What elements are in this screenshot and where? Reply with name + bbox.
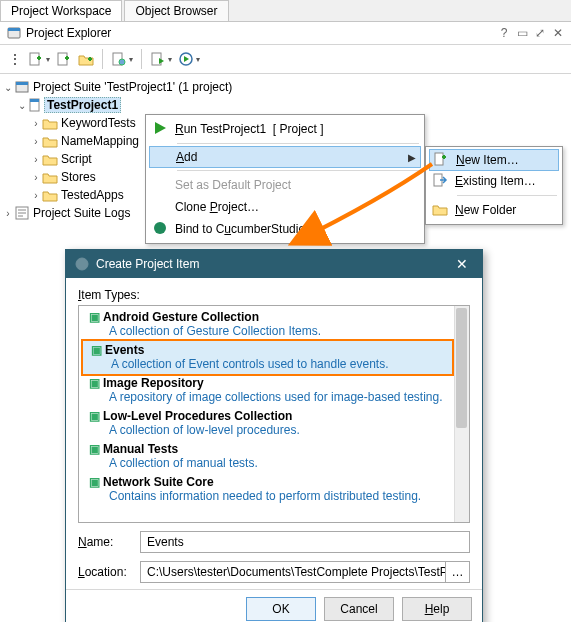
item-types-list[interactable]: ▣Android Gesture Collection A collection…: [78, 305, 470, 523]
help-button[interactable]: Help: [402, 597, 472, 621]
node-label: KeywordTests: [58, 116, 139, 130]
item-desc: Contains information needed to perform d…: [85, 489, 450, 503]
menu-label: Add: [172, 150, 408, 164]
menu-add[interactable]: Add ▶: [149, 146, 421, 168]
btn-label: OK: [272, 602, 289, 616]
item-name: Android Gesture Collection: [103, 310, 259, 324]
circle-play-icon: [178, 51, 194, 67]
expand-icon[interactable]: ›: [30, 118, 42, 129]
add-submenu: New Item… Existing Item… New Folder: [425, 146, 563, 225]
expand-icon[interactable]: ⌄: [2, 82, 14, 93]
run-file-button[interactable]: ▾: [150, 51, 172, 67]
list-item-selected[interactable]: ▣Events A collection of Event controls u…: [81, 339, 454, 376]
create-project-item-dialog: Create Project Item ✕ Item Types: ▣Andro…: [65, 249, 483, 622]
item-icon: ▣: [85, 310, 103, 324]
expand-icon[interactable]: ›: [30, 190, 42, 201]
dialog-icon: [74, 256, 90, 272]
list-item[interactable]: ▣Network Suite Core Contains information…: [81, 473, 454, 506]
node-label: Stores: [58, 170, 99, 184]
file-plus-icon: [433, 151, 449, 167]
item-icon: ▣: [87, 343, 105, 357]
tree-node-project[interactable]: ⌄ TestProject1: [2, 96, 243, 114]
scroll-thumb[interactable]: [456, 308, 467, 428]
dialog-titlebar: Create Project Item ✕: [66, 250, 482, 278]
menu-label: Existing Item…: [451, 174, 559, 188]
folder-icon: [42, 115, 58, 131]
close-icon[interactable]: ✕: [551, 26, 565, 40]
ok-button[interactable]: OK: [246, 597, 316, 621]
menu-label: Set as Default Project: [171, 178, 421, 192]
toolbar-handle-icon: ⋮: [8, 52, 22, 66]
item-name: Low-Level Procedures Collection: [103, 409, 292, 423]
item-icon: ▣: [85, 442, 103, 456]
file-play-icon: [150, 51, 166, 67]
project-explorer-header: Project Explorer ? ▭ ⤢ ✕: [0, 22, 571, 45]
dialog-close-button[interactable]: ✕: [450, 256, 474, 272]
svg-rect-9: [16, 82, 28, 85]
chevron-down-icon: ▾: [46, 55, 50, 64]
name-label: Name:: [78, 535, 140, 549]
name-value: Events: [147, 535, 184, 549]
menu-bind-cucumber[interactable]: Bind to CucumberStudio…: [149, 218, 421, 240]
menu-existing-item[interactable]: Existing Item…: [429, 170, 559, 192]
node-label: TestProject1: [44, 97, 121, 113]
folder-icon: [42, 169, 58, 185]
name-input[interactable]: Events: [140, 531, 470, 553]
explorer-toolbar: ⋮ ▾ ▾ ▾ ▾: [0, 45, 571, 74]
list-item[interactable]: ▣Manual Tests A collection of manual tes…: [81, 440, 454, 473]
menu-new-folder[interactable]: New Folder: [429, 199, 559, 221]
pin-icon[interactable]: ⤢: [533, 26, 547, 40]
file-gear-icon: [111, 51, 127, 67]
list-item[interactable]: ▣Image Repository A repository of image …: [81, 374, 454, 407]
expand-icon[interactable]: ›: [30, 172, 42, 183]
list-item[interactable]: ▣Android Gesture Collection A collection…: [81, 308, 454, 341]
browse-button[interactable]: …: [446, 561, 470, 583]
scrollbar[interactable]: [454, 306, 469, 522]
expand-icon[interactable]: ›: [30, 154, 42, 165]
menu-new-item[interactable]: New Item…: [429, 149, 559, 171]
file-plus-icon: [56, 51, 72, 67]
project-icon: [28, 97, 44, 113]
tree-node-suite[interactable]: ⌄ Project Suite 'TestProject1' (1 projec…: [2, 78, 243, 96]
maximize-icon[interactable]: ▭: [515, 26, 529, 40]
expand-icon[interactable]: ›: [2, 208, 14, 219]
tab-label: Object Browser: [135, 4, 217, 18]
add-project-button[interactable]: ▾: [28, 51, 50, 67]
play-icon: [152, 120, 168, 136]
location-input[interactable]: C:\Users\tester\Documents\TestComplete P…: [140, 561, 446, 583]
menu-run-project[interactable]: RRun TestProject1 [ Project ]un TestProj…: [149, 118, 421, 140]
location-label: Location:: [78, 565, 140, 579]
node-label: Project Suite Logs: [30, 206, 133, 220]
run-button[interactable]: ▾: [178, 51, 200, 67]
folder-icon: [432, 201, 448, 217]
folder-icon: [42, 187, 58, 203]
project-settings-button[interactable]: ▾: [111, 51, 133, 67]
add-item-button[interactable]: [56, 51, 72, 67]
tab-project-workspace[interactable]: Project Workspace: [0, 0, 122, 21]
menu-label: Bind to CucumberStudio…: [171, 222, 421, 236]
node-label: Project Suite 'TestProject1' (1 project): [30, 80, 235, 94]
svg-point-5: [119, 59, 125, 65]
link-icon: [152, 220, 168, 236]
menu-separator: [177, 170, 419, 171]
file-arrow-icon: [432, 172, 448, 188]
cancel-button[interactable]: Cancel: [324, 597, 394, 621]
expand-icon[interactable]: ›: [30, 136, 42, 147]
tab-object-browser[interactable]: Object Browser: [124, 0, 228, 21]
add-folder-button[interactable]: [78, 51, 94, 67]
node-label: NameMapping: [58, 134, 142, 148]
folder-icon: [42, 151, 58, 167]
item-icon: ▣: [85, 409, 103, 423]
item-name: Image Repository: [103, 376, 204, 390]
folder-icon: [42, 133, 58, 149]
help-icon[interactable]: ?: [497, 26, 511, 40]
item-desc: A collection of low-level procedures.: [85, 423, 450, 437]
location-value: C:\Users\tester\Documents\TestComplete P…: [147, 565, 446, 579]
list-item[interactable]: ▣Low-Level Procedures Collection A colle…: [81, 407, 454, 440]
item-desc: A collection of Event controls used to h…: [87, 357, 448, 371]
menu-separator: [177, 143, 419, 144]
item-icon: ▣: [85, 376, 103, 390]
file-plus-icon: [28, 51, 44, 67]
menu-clone-project[interactable]: Clone Project…: [149, 196, 421, 218]
expand-icon[interactable]: ⌄: [16, 100, 28, 111]
